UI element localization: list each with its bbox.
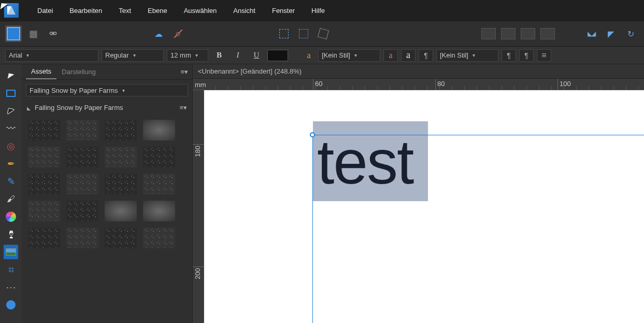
asset-thumb[interactable] bbox=[143, 174, 175, 194]
align-btn-4[interactable] bbox=[539, 25, 556, 42]
font-size-dropdown[interactable]: 12 mm bbox=[167, 49, 208, 62]
asset-thumb[interactable] bbox=[143, 201, 175, 221]
text-frame-handle[interactable] bbox=[310, 132, 315, 137]
assets-category-label: Falling Snow by Paper Farms bbox=[35, 104, 123, 111]
asset-thumb[interactable] bbox=[105, 201, 137, 221]
align-btn-2[interactable] bbox=[500, 25, 517, 42]
transparency-tool[interactable] bbox=[4, 227, 18, 242]
asset-thumb[interactable] bbox=[66, 147, 98, 167]
menu-file[interactable]: Datei bbox=[29, 2, 61, 20]
tools-strip bbox=[0, 64, 22, 323]
place-image-tool[interactable] bbox=[4, 245, 18, 259]
asset-thumb[interactable] bbox=[105, 147, 137, 167]
persona-designer-button[interactable] bbox=[5, 25, 22, 42]
character-add-button[interactable]: a bbox=[401, 49, 416, 62]
font-family-value: Arial bbox=[9, 51, 22, 59]
asset-thumb[interactable] bbox=[66, 120, 98, 141]
asset-thumb[interactable] bbox=[66, 174, 98, 194]
ruler-horizontal[interactable]: mm 60 80 100 bbox=[193, 79, 644, 90]
asset-thumb[interactable] bbox=[105, 228, 137, 248]
persona-pixel-button[interactable] bbox=[25, 25, 41, 42]
paragraph-update-button[interactable] bbox=[502, 49, 516, 62]
marquee-tool-button[interactable] bbox=[276, 25, 292, 42]
circle-icon bbox=[6, 300, 16, 310]
paragraph-panel-button[interactable] bbox=[537, 49, 551, 62]
align-btn-1[interactable] bbox=[480, 25, 497, 42]
asset-thumb[interactable] bbox=[28, 201, 60, 221]
more-tools[interactable] bbox=[4, 280, 18, 294]
context-toolbar: Arial Regular 12 mm B I U a [Kein Stil] … bbox=[0, 47, 644, 64]
ruler-tick-label: 200 bbox=[194, 268, 202, 279]
align-icon bbox=[521, 28, 535, 39]
asset-thumb[interactable] bbox=[143, 228, 175, 248]
corner-tool[interactable] bbox=[4, 121, 18, 136]
canvas[interactable]: test bbox=[204, 90, 644, 323]
flip-horizontal-button[interactable] bbox=[583, 25, 599, 42]
character-update-button[interactable]: a bbox=[383, 49, 398, 62]
assets-category-header[interactable]: Falling Snow by Paper Farms ≡▾ bbox=[22, 101, 192, 115]
menu-view[interactable]: Ansicht bbox=[225, 2, 264, 20]
asset-thumb[interactable] bbox=[28, 120, 60, 141]
menu-layer[interactable]: Ebene bbox=[139, 2, 176, 20]
shape-tool[interactable] bbox=[4, 298, 18, 312]
rotate-button[interactable] bbox=[622, 25, 639, 42]
tab-appearance[interactable]: Darstellung bbox=[56, 65, 101, 79]
asset-thumb[interactable] bbox=[143, 120, 175, 141]
ruler-tick-label: 60 bbox=[315, 80, 322, 88]
asset-thumb[interactable] bbox=[66, 201, 98, 221]
asset-thumb[interactable] bbox=[28, 228, 60, 248]
category-menu-icon[interactable]: ≡▾ bbox=[179, 104, 187, 111]
artboard-icon bbox=[6, 90, 16, 97]
crop-tool[interactable] bbox=[4, 262, 18, 277]
brush-tool[interactable] bbox=[4, 192, 18, 206]
asset-thumb[interactable] bbox=[143, 147, 175, 167]
colorwheel-icon bbox=[6, 212, 16, 222]
paragraph-add-button[interactable] bbox=[519, 49, 534, 62]
ruler-vertical[interactable]: 180 200 bbox=[193, 90, 204, 323]
character-style-value: [Kein Stil] bbox=[322, 51, 350, 59]
fill-tool[interactable] bbox=[4, 209, 18, 224]
menu-window[interactable]: Fenster bbox=[264, 2, 303, 20]
sync-button[interactable] bbox=[150, 25, 167, 42]
pen-tool[interactable] bbox=[4, 157, 18, 171]
paragraph-icon-button[interactable] bbox=[419, 49, 433, 62]
asset-thumb[interactable] bbox=[105, 120, 137, 141]
text-color-swatch[interactable] bbox=[267, 50, 288, 61]
transform-button[interactable] bbox=[315, 25, 332, 42]
assets-pack-dropdown[interactable]: Falling Snow by Paper Farms bbox=[26, 84, 188, 96]
flip-vertical-button[interactable] bbox=[603, 25, 619, 42]
ruler-tick-label: 100 bbox=[560, 80, 571, 88]
persona-designer-icon bbox=[7, 27, 20, 40]
align-btn-3[interactable] bbox=[520, 25, 536, 42]
panel-tabs: Assets Darstellung ≡▾ bbox=[22, 64, 192, 80]
tab-assets[interactable]: Assets bbox=[26, 64, 56, 79]
underline-button[interactable]: U bbox=[249, 49, 264, 62]
menu-select[interactable]: Auswählen bbox=[176, 2, 225, 20]
font-family-dropdown[interactable]: Arial bbox=[5, 49, 98, 62]
ruler-tick-label: 80 bbox=[437, 80, 445, 88]
font-weight-dropdown[interactable]: Regular bbox=[102, 49, 164, 62]
asset-thumb[interactable] bbox=[66, 228, 98, 248]
asset-thumb[interactable] bbox=[28, 174, 60, 194]
pencil-tool[interactable] bbox=[4, 174, 18, 189]
character-style-dropdown[interactable]: [Kein Stil] bbox=[318, 49, 380, 62]
move-tool[interactable] bbox=[4, 68, 18, 83]
point-transform-tool[interactable] bbox=[4, 139, 18, 153]
assets-pack-value: Falling Snow by Paper Farms bbox=[30, 87, 118, 94]
menu-help[interactable]: Hilfe bbox=[303, 2, 333, 20]
menu-text[interactable]: Text bbox=[110, 2, 139, 20]
menu-edit[interactable]: Bearbeiten bbox=[61, 2, 110, 20]
panel-menu-icon[interactable]: ≡▾ bbox=[180, 68, 188, 76]
asset-thumb[interactable] bbox=[105, 174, 137, 194]
transform-icon bbox=[318, 28, 329, 39]
canvas-text-content[interactable]: test bbox=[317, 131, 413, 193]
asset-thumb[interactable] bbox=[28, 147, 60, 167]
persona-export-button[interactable] bbox=[45, 25, 61, 42]
marquee-outline-button[interactable] bbox=[295, 25, 312, 42]
paragraph-style-dropdown[interactable]: [Kein Stil] bbox=[436, 49, 498, 62]
bold-button[interactable]: B bbox=[211, 49, 227, 62]
snapping-off-button[interactable] bbox=[170, 25, 187, 42]
artboard-tool[interactable] bbox=[4, 86, 18, 101]
node-tool[interactable] bbox=[4, 104, 18, 118]
italic-button[interactable]: I bbox=[230, 49, 246, 62]
